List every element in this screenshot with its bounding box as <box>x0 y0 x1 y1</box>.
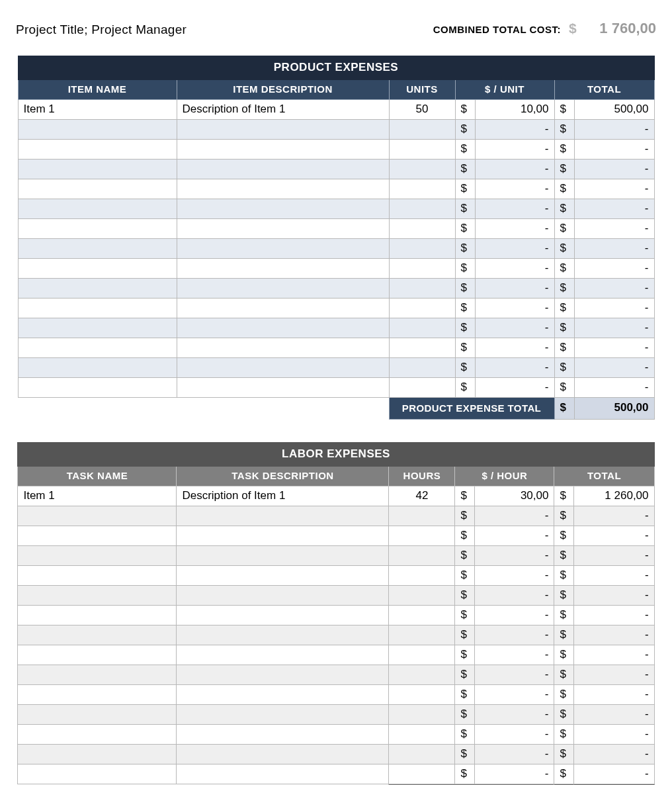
cell-units[interactable] <box>389 160 455 179</box>
cell-name[interactable] <box>18 506 177 526</box>
cell-name[interactable] <box>18 745 177 764</box>
cell-units[interactable] <box>389 745 455 764</box>
cell-name[interactable] <box>18 685 177 705</box>
cell-rate[interactable]: - <box>475 279 554 299</box>
cell-units[interactable] <box>389 259 455 279</box>
cell-units[interactable]: 50 <box>389 100 455 120</box>
cell-name[interactable] <box>18 179 177 199</box>
cell-units[interactable] <box>389 506 455 526</box>
cell-desc[interactable] <box>177 179 389 199</box>
cell-desc[interactable] <box>177 378 389 398</box>
cell-name[interactable] <box>18 378 177 398</box>
cell-desc[interactable] <box>177 705 389 725</box>
cell-name[interactable] <box>18 526 177 546</box>
cell-rate[interactable]: - <box>475 705 554 725</box>
cell-name[interactable]: Item 1 <box>18 486 177 506</box>
cell-units[interactable] <box>389 199 455 219</box>
cell-desc[interactable] <box>177 586 389 606</box>
cell-desc[interactable]: Description of Item 1 <box>177 100 389 120</box>
cell-units[interactable] <box>389 358 455 378</box>
cell-desc[interactable] <box>177 764 389 784</box>
cell-units[interactable] <box>389 705 455 725</box>
cell-rate[interactable]: - <box>475 199 554 219</box>
cell-name[interactable] <box>18 625 177 645</box>
cell-desc[interactable] <box>177 120 389 140</box>
cell-units[interactable] <box>389 179 455 199</box>
cell-rate[interactable]: - <box>475 606 554 625</box>
cell-desc[interactable] <box>177 645 389 665</box>
cell-rate[interactable]: - <box>475 645 554 665</box>
cell-units[interactable] <box>389 566 455 586</box>
cell-desc[interactable] <box>177 685 389 705</box>
cell-desc[interactable] <box>177 526 389 546</box>
cell-units[interactable] <box>389 239 455 259</box>
cell-desc[interactable] <box>177 239 389 259</box>
cell-name[interactable] <box>18 120 177 140</box>
cell-units[interactable] <box>389 685 455 705</box>
cell-rate[interactable]: - <box>475 764 554 784</box>
cell-name[interactable] <box>18 318 177 338</box>
cell-name[interactable] <box>18 764 177 784</box>
cell-desc[interactable] <box>177 140 389 160</box>
cell-desc[interactable] <box>177 745 389 764</box>
cell-units[interactable] <box>389 526 455 546</box>
cell-units[interactable]: 42 <box>389 486 455 506</box>
cell-desc[interactable]: Description of Item 1 <box>177 486 389 506</box>
cell-units[interactable] <box>389 546 455 566</box>
cell-rate[interactable]: - <box>475 338 554 358</box>
cell-rate[interactable]: - <box>475 358 554 378</box>
cell-desc[interactable] <box>177 546 389 566</box>
cell-rate[interactable]: - <box>475 586 554 606</box>
cell-units[interactable] <box>389 725 455 745</box>
cell-units[interactable] <box>389 120 455 140</box>
cell-name[interactable] <box>18 358 177 378</box>
cell-desc[interactable] <box>177 160 389 179</box>
cell-desc[interactable] <box>177 566 389 586</box>
cell-desc[interactable] <box>177 199 389 219</box>
cell-name[interactable] <box>18 645 177 665</box>
cell-units[interactable] <box>389 219 455 239</box>
cell-name[interactable] <box>18 665 177 685</box>
cell-name[interactable] <box>18 566 177 586</box>
cell-name[interactable] <box>18 586 177 606</box>
cell-desc[interactable] <box>177 299 389 318</box>
cell-name[interactable] <box>18 199 177 219</box>
cell-desc[interactable] <box>177 338 389 358</box>
cell-name[interactable] <box>18 725 177 745</box>
cell-name[interactable] <box>18 239 177 259</box>
cell-rate[interactable]: - <box>475 546 554 566</box>
cell-desc[interactable] <box>177 358 389 378</box>
cell-desc[interactable] <box>177 665 389 685</box>
cell-name[interactable] <box>18 705 177 725</box>
cell-rate[interactable]: - <box>475 140 554 160</box>
cell-rate[interactable]: - <box>475 625 554 645</box>
cell-rate[interactable]: - <box>475 378 554 398</box>
cell-rate[interactable]: - <box>475 665 554 685</box>
cell-desc[interactable] <box>177 725 389 745</box>
cell-units[interactable] <box>389 625 455 645</box>
cell-rate[interactable]: - <box>475 566 554 586</box>
cell-units[interactable] <box>389 665 455 685</box>
cell-units[interactable] <box>389 378 455 398</box>
cell-units[interactable] <box>389 586 455 606</box>
cell-units[interactable] <box>389 279 455 299</box>
cell-desc[interactable] <box>177 506 389 526</box>
cell-desc[interactable] <box>177 219 389 239</box>
cell-units[interactable] <box>389 645 455 665</box>
cell-name[interactable] <box>18 219 177 239</box>
cell-name[interactable]: Item 1 <box>18 100 177 120</box>
cell-rate[interactable]: - <box>475 299 554 318</box>
cell-rate[interactable]: - <box>475 179 554 199</box>
cell-rate[interactable]: - <box>475 259 554 279</box>
cell-desc[interactable] <box>177 606 389 625</box>
cell-rate[interactable]: - <box>475 506 554 526</box>
cell-desc[interactable] <box>177 625 389 645</box>
cell-rate[interactable]: - <box>475 160 554 179</box>
cell-units[interactable] <box>389 140 455 160</box>
cell-name[interactable] <box>18 259 177 279</box>
cell-name[interactable] <box>18 140 177 160</box>
cell-desc[interactable] <box>177 259 389 279</box>
cell-name[interactable] <box>18 546 177 566</box>
cell-name[interactable] <box>18 606 177 625</box>
cell-rate[interactable]: - <box>475 120 554 140</box>
